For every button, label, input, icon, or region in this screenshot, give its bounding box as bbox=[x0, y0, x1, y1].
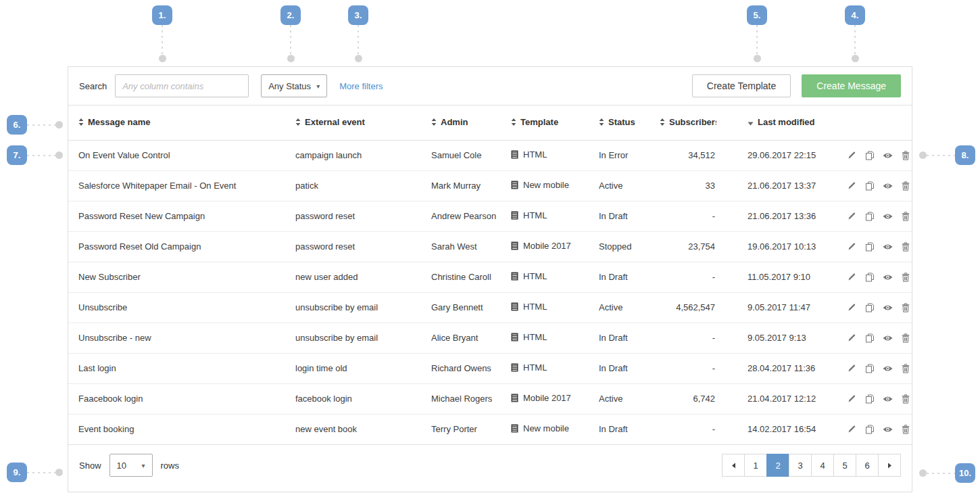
rows-label: rows bbox=[161, 461, 179, 471]
message-name-cell: Password Reset Old Campaign bbox=[68, 231, 295, 262]
duplicate-icon[interactable] bbox=[864, 179, 877, 193]
external-event-cell: campaign launch bbox=[295, 140, 431, 170]
preview-icon[interactable] bbox=[882, 209, 894, 224]
edit-icon[interactable] bbox=[846, 422, 858, 437]
duplicate-icon[interactable] bbox=[864, 209, 877, 224]
template-document-icon bbox=[511, 150, 518, 161]
column-header-subscribers[interactable]: Subscribers bbox=[660, 105, 716, 140]
duplicate-icon[interactable] bbox=[864, 239, 877, 254]
template-cell: HTML bbox=[511, 353, 599, 383]
duplicate-icon[interactable] bbox=[864, 422, 877, 437]
delete-icon[interactable] bbox=[900, 209, 912, 224]
pagination-prev-button[interactable] bbox=[722, 454, 745, 477]
admin-cell: Sarah West bbox=[431, 231, 511, 262]
preview-icon[interactable] bbox=[882, 361, 894, 376]
column-header-admin[interactable]: Admin bbox=[431, 105, 511, 140]
edit-icon[interactable] bbox=[846, 392, 858, 406]
subscribers-cell: 33 bbox=[660, 170, 716, 201]
table-row: New Subscribernew user addedChristine Ca… bbox=[68, 262, 912, 292]
preview-icon[interactable] bbox=[882, 331, 894, 346]
pagination-page-6[interactable]: 6 bbox=[856, 454, 879, 477]
chevron-down-icon: ▾ bbox=[142, 462, 145, 469]
rows-per-page-value: 10 bbox=[117, 461, 126, 471]
delete-icon[interactable] bbox=[900, 392, 912, 406]
search-input[interactable] bbox=[115, 74, 249, 97]
preview-icon[interactable] bbox=[882, 270, 894, 285]
annotation-dot bbox=[55, 151, 63, 159]
delete-icon[interactable] bbox=[900, 179, 912, 193]
edit-icon[interactable] bbox=[846, 148, 858, 163]
create-message-button[interactable]: Create Message bbox=[802, 74, 901, 97]
edit-icon[interactable] bbox=[846, 300, 858, 315]
pagination-page-2[interactable]: 2 bbox=[766, 454, 789, 477]
preview-icon[interactable] bbox=[882, 179, 894, 193]
template-cell: HTML bbox=[511, 140, 599, 170]
annotation-dashed-line bbox=[162, 25, 163, 55]
subscribers-cell: - bbox=[660, 353, 716, 383]
column-header-template[interactable]: Template bbox=[511, 105, 599, 140]
duplicate-icon[interactable] bbox=[864, 331, 877, 346]
edit-icon[interactable] bbox=[846, 209, 858, 224]
delete-icon[interactable] bbox=[900, 361, 912, 376]
edit-icon[interactable] bbox=[846, 331, 858, 346]
annotation-callout-4: 4. bbox=[845, 5, 865, 62]
pagination-page-5[interactable]: 5 bbox=[833, 454, 856, 477]
message-name-cell: Password Reset New Campaign bbox=[68, 201, 295, 231]
row-actions-cell bbox=[842, 323, 912, 353]
column-header-label: Subscribers bbox=[669, 117, 716, 127]
edit-icon[interactable] bbox=[846, 270, 858, 285]
external-event-cell: new user added bbox=[295, 262, 431, 292]
status-cell: Active bbox=[599, 170, 660, 201]
duplicate-icon[interactable] bbox=[864, 148, 877, 163]
preview-icon[interactable] bbox=[882, 300, 894, 315]
annotation-callout-5: 5. bbox=[747, 5, 767, 62]
status-filter-dropdown[interactable]: Any Status ▾ bbox=[261, 74, 327, 97]
column-header-external-event[interactable]: External event bbox=[295, 105, 431, 140]
row-actions-cell bbox=[842, 140, 912, 170]
pagination-page-1[interactable]: 1 bbox=[744, 454, 767, 477]
sort-icon bbox=[599, 118, 604, 128]
last-modified-cell: 21.06.2017 13:36 bbox=[716, 201, 842, 231]
duplicate-icon[interactable] bbox=[864, 361, 877, 376]
duplicate-icon[interactable] bbox=[864, 270, 877, 285]
column-header-status[interactable]: Status bbox=[599, 105, 660, 140]
annotation-dashed-line bbox=[27, 472, 55, 473]
edit-icon[interactable] bbox=[846, 361, 858, 376]
pagination-page-3[interactable]: 3 bbox=[789, 454, 812, 477]
delete-icon[interactable] bbox=[900, 331, 912, 346]
preview-icon[interactable] bbox=[882, 392, 894, 406]
annotation-badge: 2. bbox=[280, 5, 301, 25]
delete-icon[interactable] bbox=[900, 300, 912, 315]
more-filters-link[interactable]: More filters bbox=[339, 81, 383, 91]
last-modified-cell: 14.02.2017 16:54 bbox=[716, 414, 842, 444]
duplicate-icon[interactable] bbox=[864, 300, 877, 315]
preview-icon[interactable] bbox=[882, 148, 894, 163]
row-actions-cell bbox=[842, 383, 912, 414]
pagination-page-4[interactable]: 4 bbox=[811, 454, 834, 477]
column-header-last-modified[interactable]: Last modified bbox=[716, 105, 842, 140]
admin-cell: Alice Bryant bbox=[431, 323, 511, 353]
delete-icon[interactable] bbox=[900, 239, 912, 254]
edit-icon[interactable] bbox=[846, 179, 858, 193]
create-template-button[interactable]: Create Template bbox=[692, 74, 791, 97]
edit-icon[interactable] bbox=[846, 239, 858, 254]
annotation-dashed-line bbox=[27, 124, 55, 126]
preview-icon[interactable] bbox=[882, 239, 894, 254]
sort-icon bbox=[431, 118, 437, 128]
last-modified-cell: 21.04.2017 12:12 bbox=[716, 383, 842, 414]
annotation-callout-10: 10. bbox=[919, 463, 975, 483]
chevron-down-icon: ▾ bbox=[316, 82, 320, 90]
duplicate-icon[interactable] bbox=[864, 392, 877, 406]
status-cell: In Draft bbox=[599, 201, 660, 231]
delete-icon[interactable] bbox=[900, 422, 912, 437]
column-header-message-name[interactable]: Message name bbox=[68, 105, 295, 140]
external-event-cell: unsubscribe by email bbox=[295, 292, 431, 323]
preview-icon[interactable] bbox=[882, 422, 894, 437]
annotation-dot bbox=[55, 121, 63, 128]
admin-cell: Samuel Cole bbox=[431, 140, 511, 170]
delete-icon[interactable] bbox=[900, 270, 912, 285]
rows-per-page-dropdown[interactable]: 10 ▾ bbox=[109, 454, 153, 477]
delete-icon[interactable] bbox=[900, 148, 912, 163]
pagination-next-button[interactable] bbox=[878, 454, 901, 477]
template-document-icon bbox=[511, 272, 518, 283]
